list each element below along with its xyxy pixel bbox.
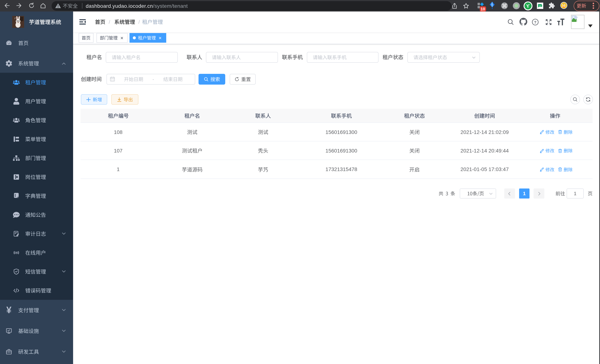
svg-text:?: ? <box>534 20 536 24</box>
